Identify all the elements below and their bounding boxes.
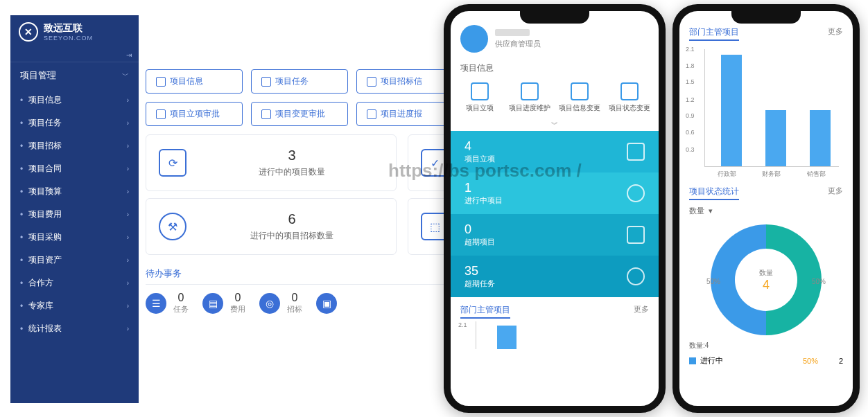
status-change-icon (620, 82, 639, 100)
logo: ✕ 致远互联 SEEYON.COM (10, 15, 139, 48)
chevron-right-icon: › (127, 325, 129, 332)
section-title[interactable]: 部门主管项目 (689, 26, 739, 41)
doc-refresh-icon: ⟳ (159, 149, 186, 177)
tab-project-bid[interactable]: 项目招标信 (356, 69, 453, 94)
phone-notch (520, 11, 589, 24)
doc-icon (367, 77, 376, 87)
info-change-icon (571, 82, 589, 100)
bid-icon: ◎ (259, 293, 280, 314)
tile-init[interactable]: 4项目立项 (451, 131, 659, 172)
doc-icon (627, 143, 645, 161)
doc-icon (261, 109, 271, 119)
nav-item[interactable]: 项目资产› (10, 249, 139, 272)
section-title[interactable]: 部门主管项目 (460, 304, 510, 319)
mini-chart: 2.1 (476, 321, 659, 349)
tab-approval[interactable]: 项目立项审批 (146, 102, 243, 126)
avatar[interactable] (460, 25, 488, 53)
tab-progress[interactable]: 项目进度报 (356, 102, 453, 126)
stat-card[interactable]: ⚒ 6进行中的项目招标数量 (146, 198, 397, 255)
todo-item[interactable]: ☰0任务 (146, 292, 189, 314)
chevron-right-icon: › (127, 119, 129, 127)
mini-bar (497, 326, 517, 349)
icon-item[interactable]: 项目信息变更 (557, 82, 602, 113)
mobile-section-link: 项目状态统计 更多 (679, 179, 853, 203)
nav-section-title[interactable]: 项目管理 ﹀ (10, 62, 139, 89)
mobile-preview-1: 供应商管理员 项目信息 项目立项 项目进度维护 项目信息变更 项目状态变更 ︾ … (444, 4, 666, 413)
bar-chart: 2.1 1.8 1.5 1.2 0.9 0.6 0.3 (704, 49, 839, 167)
nav-item[interactable]: 统计报表› (10, 317, 139, 340)
phone-notch (731, 11, 801, 24)
todo-item[interactable]: ▣ (316, 292, 344, 314)
caret-down-icon: ▾ (709, 206, 713, 215)
chevron-right-icon: › (127, 96, 129, 104)
donut-chart: 数量 4 50% 50% (711, 224, 822, 335)
chevron-right-icon: › (127, 233, 129, 241)
chevron-right-icon: › (127, 256, 129, 264)
bar-1 (721, 55, 742, 166)
tab-change-approval[interactable]: 项目变更审批 (251, 102, 348, 126)
icon-item[interactable]: 项目立项 (458, 82, 502, 113)
section-title[interactable]: 项目状态统计 (689, 186, 739, 200)
nav-item[interactable]: 项目采购› (10, 226, 139, 249)
expand-icon[interactable]: ︾ (451, 118, 659, 131)
logo-icon: ✕ (19, 22, 38, 42)
doc-icon (367, 109, 376, 119)
more-link[interactable]: 更多 (828, 186, 843, 200)
init-icon (471, 82, 489, 100)
refresh-icon (627, 184, 645, 202)
todo-item[interactable]: ▤0费用 (202, 292, 245, 314)
todo-item[interactable]: ◎0招标 (259, 292, 302, 314)
tile-overdue-project[interactable]: 0超期项目 (451, 214, 659, 256)
mobile-icon-row: 项目立项 项目进度维护 项目信息变更 项目状态变更 (451, 77, 659, 118)
selector[interactable]: 数量▾ (679, 203, 853, 219)
legend-item: 进行中 50% 2 (689, 353, 843, 368)
more-link[interactable]: 更多 (828, 26, 843, 41)
nav-item[interactable]: 项目费用› (10, 203, 139, 226)
clock-icon (627, 267, 645, 285)
collapse-toggle[interactable]: ⇥ (10, 48, 139, 62)
mobile-section-title: 项目信息 (451, 60, 659, 77)
nav-item[interactable]: 项目信息› (10, 89, 139, 112)
tab-project-info[interactable]: 项目信息 (146, 69, 243, 94)
doc-icon (156, 109, 166, 119)
more-icon: ▣ (316, 293, 337, 314)
logo-name: 致远互联 (44, 22, 93, 35)
nav-item[interactable]: 专家库› (10, 294, 139, 317)
mobile-section-link: 部门主管项目 更多 (451, 297, 659, 321)
donut-ring: 数量 4 (711, 224, 822, 335)
swatch-icon (689, 357, 696, 364)
username-placeholder (495, 29, 530, 36)
search-icon (627, 226, 645, 244)
chevron-down-icon: ﹀ (122, 71, 129, 80)
chevron-right-icon: › (127, 142, 129, 150)
nav-item[interactable]: 项目任务› (10, 112, 139, 134)
chevron-right-icon: › (127, 188, 129, 195)
nav-item[interactable]: 项目招标› (10, 134, 139, 157)
stat-card[interactable]: ⟳ 3进行中的项目数量 (146, 134, 397, 191)
nav-item[interactable]: 项目合同› (10, 157, 139, 180)
nav-item[interactable]: 项目预算› (10, 180, 139, 203)
edit-icon (521, 82, 539, 100)
tab-project-task[interactable]: 项目任务 (251, 69, 348, 94)
pct-label-left: 50% (706, 278, 720, 285)
sidebar: ✕ 致远互联 SEEYON.COM ⇥ 项目管理 ﹀ 项目信息› 项目任务› 项… (10, 15, 139, 403)
chevron-right-icon: › (127, 165, 129, 172)
icon-item[interactable]: 项目进度维护 (507, 82, 552, 113)
nav-item[interactable]: 合作方› (10, 272, 139, 294)
tile-inprogress[interactable]: 1进行中项目 (451, 172, 659, 214)
hammer-icon: ⚒ (159, 213, 186, 240)
cost-icon: ▤ (202, 293, 223, 314)
doc-icon (156, 77, 166, 87)
donut-center: 数量 4 (735, 249, 797, 311)
pct-label-right: 50% (812, 278, 826, 285)
tile-overdue-task[interactable]: 35超期任务 (451, 256, 659, 297)
chevron-right-icon: › (127, 211, 129, 218)
icon-item[interactable]: 项目状态变更 (607, 82, 652, 113)
more-link[interactable]: 更多 (634, 304, 649, 319)
bar-3 (810, 110, 831, 166)
legend-title: 数量:4 (689, 341, 843, 351)
user-role: 供应商管理员 (495, 39, 541, 49)
doc-icon (261, 77, 271, 87)
nav-list: 项目信息› 项目任务› 项目招标› 项目合同› 项目预算› 项目费用› 项目采购… (10, 89, 139, 340)
bar-2 (765, 110, 786, 166)
